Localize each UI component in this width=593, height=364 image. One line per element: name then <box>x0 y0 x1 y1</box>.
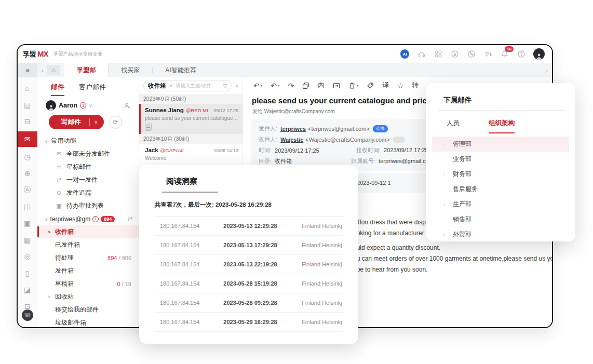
insight-title: 阅读洞察 <box>155 177 200 192</box>
item-one-to-one[interactable]: ⇄ 一对一发件 <box>37 173 139 186</box>
tab-customer-mail[interactable]: 客户邮件 <box>79 83 106 96</box>
tab-mail[interactable]: 邮件 <box>51 83 64 96</box>
expand-caret-icon[interactable]: › <box>443 202 453 207</box>
org-item-business[interactable]: 业务部 <box>432 152 569 167</box>
filter-funnel-icon[interactable]: ▽ <box>223 83 227 89</box>
compose-dropdown-icon[interactable]: ∨ <box>90 119 104 125</box>
copy-button[interactable] <box>302 82 309 89</box>
table-row: 180.167.84.154 2023-05-13 12:29:28 Finla… <box>155 217 343 236</box>
folder-sent-done[interactable]: 已发件箱 <box>37 238 139 251</box>
notebook-icon[interactable]: ▯ <box>20 266 35 280</box>
list-item-selected[interactable]: Sunnee Jiang @RED MI 09/12 17:25 please … <box>139 104 242 134</box>
item-approval-list[interactable]: ▣ 待办审批列表 <box>37 199 139 212</box>
folder-pending[interactable]: 待处理 894 / 906 <box>37 251 139 264</box>
compass-icon[interactable]: ⊕ <box>20 167 35 180</box>
from-name-link[interactable]: terpriwes <box>280 126 306 132</box>
sidebar-avatar <box>46 100 56 111</box>
org-chart-icon[interactable]: ⊟ <box>20 115 35 128</box>
contacts-icon[interactable]: ▤ <box>20 98 35 112</box>
folder-recycle[interactable]: > 回收站 <box>37 290 139 303</box>
search-input[interactable]: 收件箱 ∨ 请输入主题/收件人/发件人 ▽ <box>143 80 232 91</box>
notifications-bell-icon[interactable]: 16 <box>500 50 509 59</box>
refresh-button[interactable]: ⟳ <box>109 116 122 129</box>
schedule-icon[interactable]: ◷ <box>20 150 35 164</box>
ai-assistant-icon[interactable]: AI <box>400 49 409 59</box>
account-name: terpriwes@gm <box>50 215 91 223</box>
org-item-finance[interactable]: › 财务部 <box>432 167 569 182</box>
home-icon[interactable]: ⌂ <box>20 82 35 95</box>
list-folder-label[interactable]: 收件箱 <box>148 82 166 90</box>
insight-table: 180.167.84.154 2023-05-13 12:29:28 Finla… <box>155 216 343 332</box>
tab-personnel[interactable]: 人员 <box>447 119 460 133</box>
star-button[interactable]: ☆ <box>397 82 404 90</box>
list-group-header: 2023年9月 (50封) <box>139 94 242 104</box>
forward-button[interactable]: ↷ <box>288 82 294 90</box>
recipient-name-link[interactable]: Wajestic <box>280 137 303 143</box>
translate-button[interactable]: 译 <box>382 81 389 90</box>
list-group-header: 2023年10月 (30封) <box>139 134 242 144</box>
tab-fumeng-mail[interactable]: 孚盟邮 <box>64 63 108 77</box>
expand-caret-icon[interactable]: › <box>443 172 453 177</box>
tab-ai-recommend[interactable]: AI智能推荐 <box>153 63 208 77</box>
item-starred-mail[interactable]: ☆ 星标邮件 <box>37 160 139 173</box>
org-item-foreign-trade[interactable]: › 外贸部 <box>432 227 569 242</box>
folder-dropdown-icon[interactable]: ∨ <box>168 83 174 88</box>
folder-outbox[interactable]: 发件箱 <box>37 264 139 277</box>
account-row[interactable]: ∨ terpriwes@gm 1 894 ⇄ <box>37 212 139 225</box>
download-center-icon[interactable] <box>450 50 459 59</box>
org-item-management[interactable]: › 管理部 <box>432 137 569 152</box>
folder-junk[interactable]: 垃圾邮件箱 <box>37 316 139 327</box>
tab-org-structure[interactable]: 组织架构 <box>489 119 515 133</box>
library-icon[interactable]: ▦ <box>20 233 35 247</box>
transfer-button[interactable]: 转 <box>412 81 419 90</box>
nav-forward-icon[interactable]: › <box>546 66 548 74</box>
chevron-down-icon[interactable]: ∨ <box>89 103 92 108</box>
created-time: 2023-09-12 1 <box>357 180 390 186</box>
tab-find-buyers[interactable]: 找买家 <box>109 63 152 77</box>
user-avatar[interactable] <box>533 48 545 60</box>
collapse-menu-icon[interactable]: ≡ <box>18 63 37 77</box>
help-icon[interactable] <box>517 50 525 59</box>
topbar-icons: AI 16 <box>400 48 545 60</box>
chart-icon[interactable]: ◪ <box>20 283 35 296</box>
org-item-sales[interactable]: 销售部 <box>432 212 569 227</box>
expand-caret-icon[interactable]: › <box>443 232 453 237</box>
move-to-folder-button[interactable] <box>333 82 340 89</box>
group-common-functions[interactable]: ∨ 常用功能 <box>37 134 139 147</box>
headset-icon[interactable] <box>417 50 426 59</box>
mail-meta-box: 发件人: terpriwes <terpriwes@gmail.com> 公海 … <box>251 119 441 171</box>
user-row[interactable]: Aaron 1 ∨ <box>37 96 139 111</box>
sender-tag: @RED MI <box>186 107 212 113</box>
compose-button[interactable]: 写邮件 ∨ <box>49 115 104 129</box>
navbar: ≡ ‹ ⌂ 孚盟邮 找买家 AI智能推荐 › <box>18 63 552 77</box>
item-unassigned-mail[interactable]: ✉ 全部未分发邮件 <box>37 147 139 160</box>
reply-all-button[interactable]: ↶▾ <box>271 82 279 90</box>
list-item[interactable]: Jack @GAPcad 10/08 14:13 Welcome <box>139 144 242 164</box>
phone-call-icon[interactable]: ☏ <box>22 309 33 321</box>
item-send-tracking[interactable]: ⊙ 发件追踪 <box>37 186 139 199</box>
folder-transferred[interactable]: 移交给我的邮件 <box>37 303 139 316</box>
reply-button[interactable]: ↶▾ <box>253 82 262 90</box>
internal-forward-button[interactable]: 内 <box>318 81 325 90</box>
documents-icon[interactable]: ▣ <box>20 217 35 230</box>
globe-icon[interactable]: ◎ <box>20 250 35 263</box>
home-tab-icon[interactable]: ⌂ <box>47 65 60 75</box>
ai-assistant-rail-icon[interactable]: Ⓐ <box>20 183 35 197</box>
apps-grid-icon[interactable] <box>434 50 442 59</box>
folder-drafts[interactable]: 草稿箱 0 / 19 <box>37 277 139 290</box>
expand-caret-icon[interactable]: › <box>443 142 453 147</box>
org-item-production[interactable]: › 生产部 <box>432 197 569 212</box>
task-list-icon[interactable] <box>483 50 492 59</box>
user-name: Aaron <box>59 102 77 109</box>
tag-button[interactable] <box>367 82 374 89</box>
delete-button[interactable]: ▾ <box>348 82 359 89</box>
mail-icon[interactable]: ✉ <box>18 131 37 147</box>
list-collapse-icon[interactable]: ∨ <box>234 83 239 88</box>
back-icon[interactable]: ‹ <box>42 66 44 74</box>
swap-account-icon[interactable]: ⇄ <box>128 215 132 222</box>
folder-inbox[interactable]: > 收件箱 <box>37 225 139 238</box>
person-search-icon[interactable] <box>124 102 131 110</box>
phone-icon[interactable] <box>467 50 476 59</box>
org-item-aftersales[interactable]: 售后服务 <box>432 182 569 197</box>
finance-icon[interactable]: ◫ <box>20 200 35 213</box>
